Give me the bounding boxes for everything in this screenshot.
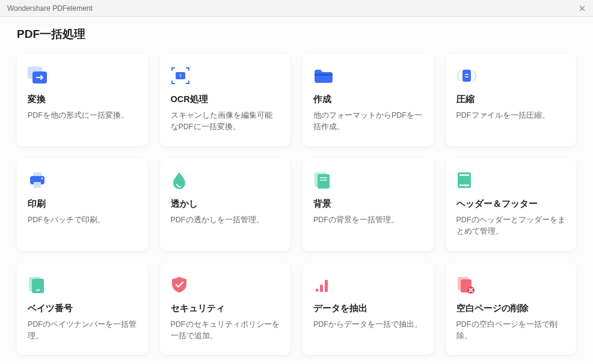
- card-desc: PDFからデータを一括で抽出。: [313, 319, 423, 330]
- card-security[interactable]: セキュリティ PDFのセキュリティポリシーを一括で追加。: [160, 263, 291, 356]
- card-desc: PDFファイルを一括圧縮。: [456, 110, 566, 121]
- ocr-icon: T: [171, 66, 192, 85]
- card-title: OCR処理: [171, 94, 280, 105]
- card-extract[interactable]: データを抽出 PDFからデータを一括で抽出。: [303, 263, 434, 356]
- convert-icon: [28, 66, 49, 85]
- blank-delete-icon: [456, 275, 478, 294]
- card-desc: PDFをバッチで印刷。: [28, 214, 137, 226]
- extract-icon: [313, 275, 335, 294]
- card-title: ヘッダー＆フッター: [456, 198, 566, 210]
- svg-rect-6: [33, 172, 41, 176]
- card-watermark[interactable]: 透かし PDFの透かしを一括管理。: [160, 159, 291, 251]
- card-title: 変換: [28, 94, 137, 105]
- card-desc: PDFを他の形式に一括変換。: [28, 110, 137, 121]
- compress-icon: [456, 66, 478, 85]
- card-desc: PDFの空白ページを一括で削除。: [456, 319, 566, 342]
- window-title: Wondershare PDFelement: [7, 4, 93, 13]
- svg-rect-22: [325, 280, 328, 292]
- card-bates[interactable]: ## ベイツ番号 PDFのベイツナンバーを一括管理。: [17, 263, 148, 356]
- card-desc: 他のフォーマットからPDFを一括作成。: [313, 110, 423, 133]
- card-title: 圧縮: [456, 94, 566, 105]
- content-area: PDF一括処理 変換 PDFを他の形式に一括変換。 T: [0, 17, 593, 364]
- card-convert[interactable]: 変換 PDFを他の形式に一括変換。: [17, 54, 148, 147]
- card-desc: PDFのベイツナンバーを一括管理。: [28, 319, 137, 342]
- bates-icon: ##: [28, 275, 49, 294]
- svg-rect-16: [459, 184, 469, 186]
- card-desc: PDFの透かしを一括管理。: [171, 214, 280, 226]
- card-create[interactable]: 作成 他のフォーマットからPDFを一括作成。: [303, 54, 434, 147]
- card-title: 透かし: [171, 198, 280, 210]
- print-icon: [28, 171, 49, 190]
- card-title: 作成: [313, 94, 423, 105]
- card-desc: スキャンした画像を編集可能なPDFに一括変換。: [171, 110, 280, 133]
- page-title: PDF一括処理: [17, 26, 576, 42]
- card-desc: PDFのヘッダーとフッダーをまとめて管理。: [456, 214, 566, 238]
- svg-rect-12: [320, 177, 327, 178]
- card-title: セキュリティ: [171, 303, 280, 314]
- watermark-icon: [171, 171, 192, 190]
- svg-rect-8: [34, 182, 41, 188]
- svg-rect-15: [459, 174, 469, 176]
- header-footer-icon: [456, 171, 478, 190]
- card-compress[interactable]: 圧縮 PDFファイルを一括圧縮。: [446, 54, 577, 147]
- card-blank-delete[interactable]: 空白ページの削除 PDFの空白ページを一括で削除。: [446, 263, 577, 356]
- card-title: 背景: [313, 198, 423, 210]
- card-title: ベイツ番号: [28, 303, 137, 314]
- card-ocr[interactable]: T OCR処理 スキャンした画像を編集可能なPDFに一括変換。: [160, 54, 291, 147]
- svg-point-9: [41, 177, 43, 179]
- security-icon: [171, 275, 192, 294]
- card-header-footer[interactable]: ヘッダー＆フッター PDFのヘッダーとフッダーをまとめて管理。: [446, 159, 577, 251]
- svg-rect-5: [462, 70, 471, 82]
- card-title: 空白ページの削除: [456, 303, 566, 314]
- background-icon: [313, 171, 335, 190]
- svg-rect-11: [318, 174, 330, 189]
- svg-rect-13: [320, 180, 327, 181]
- close-icon[interactable]: [576, 2, 588, 14]
- card-title: 印刷: [28, 198, 137, 210]
- svg-text:##: ##: [36, 288, 40, 292]
- card-grid: 変換 PDFを他の形式に一括変換。 T OCR処理 スキャンした画像を編集可能な…: [17, 54, 576, 355]
- card-desc: PDFのセキュリティポリシーを一括で追加。: [171, 319, 280, 342]
- svg-text:T: T: [179, 73, 182, 79]
- card-desc: PDFの背景を一括管理。: [313, 214, 423, 226]
- titlebar: Wondershare PDFelement: [0, 0, 593, 17]
- svg-rect-4: [315, 74, 333, 76]
- card-background[interactable]: 背景 PDFの背景を一括管理。: [303, 159, 434, 251]
- svg-point-20: [316, 288, 319, 291]
- card-print[interactable]: 印刷 PDFをバッチで印刷。: [17, 159, 148, 251]
- card-title: データを抽出: [313, 303, 423, 314]
- svg-rect-21: [320, 285, 323, 292]
- create-icon: [313, 66, 335, 85]
